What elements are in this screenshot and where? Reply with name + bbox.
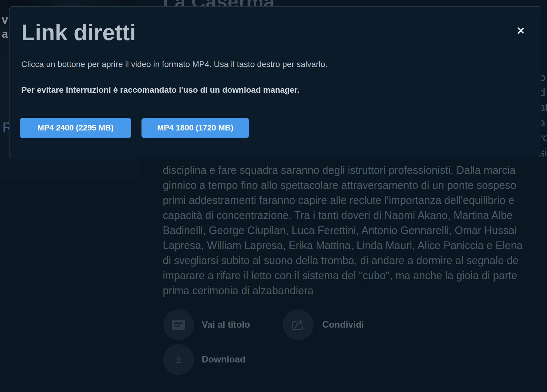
download-label: Download	[202, 344, 245, 375]
goto-title-button[interactable]	[163, 309, 194, 340]
close-icon[interactable]: ✕	[514, 24, 528, 38]
modal-description: Clicca un bottone per aprire il video in…	[21, 60, 327, 69]
description-line: Badinelli, George Ciupilan, Luca Feretti…	[163, 223, 523, 238]
description-line: disciplina e fare squadra saranno degli …	[163, 163, 523, 178]
download-icon	[174, 355, 184, 365]
share-label: Condividi	[322, 309, 364, 340]
description-line: di svegliarsi subito al suono della trom…	[163, 253, 523, 268]
download-button[interactable]	[163, 344, 194, 375]
modal-title: Link diretti	[21, 20, 136, 45]
mp4-1800-button[interactable]: MP4 1800 (1720 MB)	[141, 118, 249, 138]
description-line: ginnico a tempo fino allo spettacolare a…	[163, 178, 523, 193]
mp4-2400-button[interactable]: MP4 2400 (2295 MB)	[20, 118, 131, 138]
share-icon	[292, 318, 305, 331]
goto-title-label: Vai al titolo	[202, 309, 250, 340]
description-line: Lapresa, William Lapresa, Erika Mattina,…	[163, 238, 523, 253]
clipped-text-fragment: a	[2, 28, 8, 40]
description-line: capacità di concentrazione. Tra i tanti …	[163, 208, 523, 223]
share-button[interactable]	[283, 309, 314, 340]
episode-description: disciplina e fare squadra saranno degli …	[163, 163, 523, 298]
direct-links-modal: ✕ Link diretti Clicca un bottone per apr…	[9, 6, 541, 157]
description-line: prima cerimonia di alzabandiera	[163, 283, 523, 298]
description-line: primi addestramenti faranno capire alle …	[163, 193, 523, 208]
subtitle-card-icon	[172, 319, 185, 330]
description-line: imparare a rifare il letto con il sistem…	[163, 268, 523, 283]
modal-warning: Per evitare interruzioni è raccomandato …	[21, 85, 299, 95]
clipped-text-fragment: v	[2, 14, 8, 25]
